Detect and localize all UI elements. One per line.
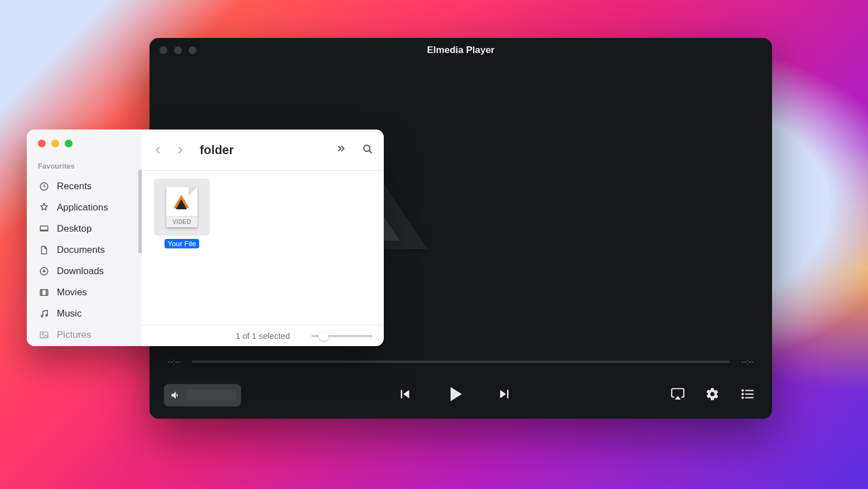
sidebar-item-label: Recents: [57, 181, 91, 192]
volume-control[interactable]: [164, 384, 241, 406]
transport-controls: [394, 380, 515, 410]
previous-button[interactable]: [394, 383, 416, 406]
search-button[interactable]: [361, 143, 374, 157]
volume-icon: [170, 390, 182, 401]
download-icon: [38, 266, 50, 276]
icon-size-slider[interactable]: [311, 335, 373, 337]
right-controls: [668, 385, 758, 405]
close-button[interactable]: [38, 140, 46, 147]
file-item[interactable]: VIDEO Your File: [154, 179, 210, 248]
toolbar-overflow-button[interactable]: [335, 143, 347, 157]
volume-level[interactable]: [186, 390, 235, 401]
file-selection: VIDEO: [154, 179, 210, 236]
finder-window: Favourites Recents Applications Desktop …: [27, 130, 384, 346]
sidebar-item-label: Pictures: [57, 329, 91, 341]
player-title: Elmedia Player: [150, 45, 772, 56]
player-controls: --:-- --:--: [150, 352, 772, 419]
settings-button[interactable]: [703, 385, 722, 405]
sidebar-item-documents[interactable]: Documents: [38, 239, 135, 261]
sidebar-item-label: Documents: [57, 244, 105, 256]
finder-statusbar: 1 of 1 selected: [142, 325, 384, 346]
playlist-button[interactable]: [737, 385, 758, 405]
minimize-button[interactable]: [51, 140, 59, 147]
finder-content[interactable]: VIDEO Your File: [142, 171, 384, 325]
svg-point-10: [41, 315, 43, 317]
sidebar-item-label: Desktop: [57, 223, 91, 234]
svg-point-14: [364, 145, 370, 151]
pictures-icon: [38, 330, 50, 340]
sidebar-item-label: Downloads: [57, 266, 104, 277]
sidebar-item-pictures[interactable]: Pictures: [38, 324, 135, 346]
svg-rect-3: [745, 394, 754, 395]
movies-icon: [38, 287, 50, 298]
forward-button[interactable]: [174, 144, 186, 156]
file-icon: VIDEO: [166, 187, 197, 227]
svg-point-11: [46, 315, 47, 317]
timebar: --:-- --:--: [164, 352, 758, 372]
sidebar-heading: Favourites: [38, 162, 135, 170]
apps-icon: [38, 203, 50, 213]
sidebar-item-desktop[interactable]: Desktop: [38, 218, 135, 239]
finder-main: folder VIDEO Your File: [142, 130, 384, 346]
selection-status: 1 of 1 selected: [235, 331, 290, 341]
svg-rect-9: [40, 290, 48, 296]
sidebar-item-label: Movies: [57, 287, 87, 298]
sidebar-item-label: Applications: [57, 202, 108, 213]
play-button[interactable]: [440, 380, 469, 410]
file-name-label: Your File: [165, 239, 200, 248]
slider-knob[interactable]: [319, 331, 329, 341]
sidebar-item-downloads[interactable]: Downloads: [38, 261, 135, 282]
document-icon: [38, 245, 50, 255]
back-button[interactable]: [152, 144, 164, 156]
sidebar-item-label: Music: [57, 308, 81, 319]
svg-rect-1: [745, 390, 754, 391]
svg-rect-5: [745, 397, 754, 398]
sidebar-item-applications[interactable]: Applications: [38, 197, 135, 218]
file-type-badge: VIDEO: [166, 216, 197, 227]
sidebar-item-recents[interactable]: Recents: [38, 176, 135, 197]
music-icon: [38, 309, 50, 319]
sidebar-item-movies[interactable]: Movies: [38, 282, 135, 303]
desktop-icon: [38, 224, 50, 234]
sidebar-item-music[interactable]: Music: [38, 303, 135, 324]
zoom-button[interactable]: [65, 140, 73, 147]
clock-icon: [38, 181, 50, 191]
svg-point-0: [741, 389, 744, 391]
finder-sidebar: Favourites Recents Applications Desktop …: [27, 130, 142, 346]
time-elapsed: --:--: [164, 357, 184, 366]
svg-point-2: [741, 393, 744, 395]
airplay-button[interactable]: [668, 385, 687, 405]
svg-point-13: [42, 333, 44, 335]
seek-track[interactable]: [192, 361, 730, 363]
player-titlebar: Elmedia Player: [150, 38, 772, 63]
time-remaining: --:--: [737, 357, 758, 366]
finder-toolbar: folder: [142, 130, 384, 171]
folder-title: folder: [200, 143, 325, 157]
svg-point-4: [741, 396, 744, 399]
next-button[interactable]: [494, 383, 515, 406]
